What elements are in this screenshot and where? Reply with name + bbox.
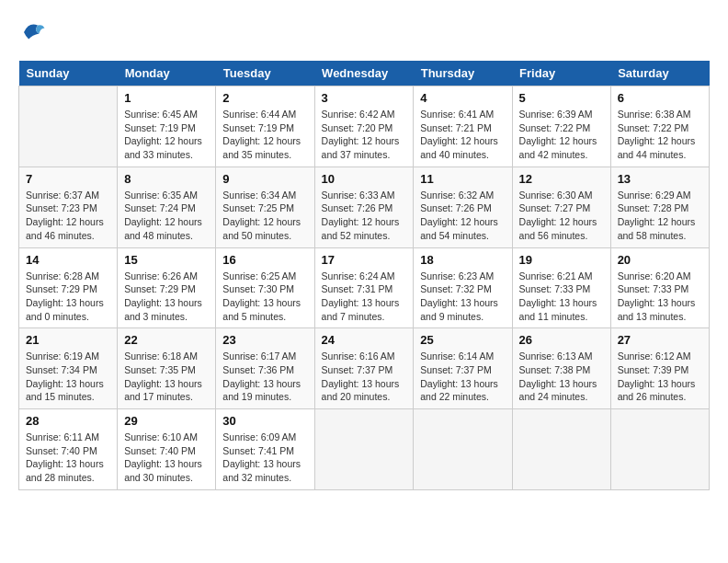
calendar-cell: 16Sunrise: 6:25 AMSunset: 7:30 PMDayligh…	[216, 247, 314, 328]
column-header-sunday: Sunday	[19, 61, 118, 86]
day-number: 28	[26, 414, 110, 428]
calendar-cell: 25Sunrise: 6:14 AMSunset: 7:37 PMDayligh…	[414, 328, 512, 409]
calendar-cell	[19, 86, 118, 167]
day-number: 18	[420, 253, 505, 267]
day-number: 12	[519, 172, 604, 186]
day-info: Sunrise: 6:25 AMSunset: 7:30 PMDaylight:…	[222, 270, 307, 324]
day-number: 5	[519, 91, 604, 105]
day-number: 14	[26, 253, 110, 267]
day-info: Sunrise: 6:35 AMSunset: 7:24 PMDaylight:…	[124, 189, 209, 243]
day-number: 26	[519, 333, 604, 347]
calendar-cell: 27Sunrise: 6:12 AMSunset: 7:39 PMDayligh…	[610, 328, 709, 409]
calendar-cell: 13Sunrise: 6:29 AMSunset: 7:28 PMDayligh…	[610, 167, 709, 247]
day-info: Sunrise: 6:17 AMSunset: 7:36 PMDaylight:…	[222, 350, 307, 404]
day-info: Sunrise: 6:14 AMSunset: 7:37 PMDaylight:…	[420, 350, 505, 404]
calendar-week-row: 28Sunrise: 6:11 AMSunset: 7:40 PMDayligh…	[19, 409, 710, 490]
day-info: Sunrise: 6:32 AMSunset: 7:26 PMDaylight:…	[420, 189, 505, 243]
logo-bird-icon	[18, 18, 46, 46]
calendar-cell: 20Sunrise: 6:20 AMSunset: 7:33 PMDayligh…	[610, 247, 709, 328]
calendar-cell: 26Sunrise: 6:13 AMSunset: 7:38 PMDayligh…	[512, 328, 610, 409]
calendar-cell	[512, 409, 610, 490]
day-info: Sunrise: 6:11 AMSunset: 7:40 PMDaylight:…	[26, 431, 110, 485]
calendar-cell: 21Sunrise: 6:19 AMSunset: 7:34 PMDayligh…	[19, 328, 118, 409]
day-info: Sunrise: 6:41 AMSunset: 7:21 PMDaylight:…	[420, 108, 505, 162]
calendar-cell: 2Sunrise: 6:44 AMSunset: 7:19 PMDaylight…	[216, 86, 314, 167]
day-info: Sunrise: 6:34 AMSunset: 7:25 PMDaylight:…	[222, 189, 307, 243]
day-number: 9	[222, 172, 307, 186]
column-header-saturday: Saturday	[610, 61, 709, 86]
column-header-thursday: Thursday	[414, 61, 512, 86]
day-info: Sunrise: 6:26 AMSunset: 7:29 PMDaylight:…	[124, 270, 209, 324]
day-info: Sunrise: 6:28 AMSunset: 7:29 PMDaylight:…	[26, 270, 110, 324]
day-number: 21	[26, 333, 110, 347]
calendar-cell: 11Sunrise: 6:32 AMSunset: 7:26 PMDayligh…	[414, 167, 512, 247]
calendar-cell: 6Sunrise: 6:38 AMSunset: 7:22 PMDaylight…	[610, 86, 709, 167]
calendar-cell: 1Sunrise: 6:45 AMSunset: 7:19 PMDaylight…	[118, 86, 216, 167]
calendar-cell: 10Sunrise: 6:33 AMSunset: 7:26 PMDayligh…	[314, 167, 414, 247]
calendar-cell: 8Sunrise: 6:35 AMSunset: 7:24 PMDaylight…	[118, 167, 216, 247]
day-info: Sunrise: 6:21 AMSunset: 7:33 PMDaylight:…	[519, 270, 604, 324]
day-number: 1	[124, 91, 209, 105]
column-header-friday: Friday	[512, 61, 610, 86]
calendar-cell: 15Sunrise: 6:26 AMSunset: 7:29 PMDayligh…	[118, 247, 216, 328]
calendar-cell: 12Sunrise: 6:30 AMSunset: 7:27 PMDayligh…	[512, 167, 610, 247]
day-number: 25	[420, 333, 505, 347]
day-info: Sunrise: 6:23 AMSunset: 7:32 PMDaylight:…	[420, 270, 505, 324]
day-info: Sunrise: 6:30 AMSunset: 7:27 PMDaylight:…	[519, 189, 604, 243]
day-info: Sunrise: 6:44 AMSunset: 7:19 PMDaylight:…	[222, 108, 307, 162]
calendar-cell	[414, 409, 512, 490]
day-number: 29	[124, 414, 209, 428]
day-info: Sunrise: 6:29 AMSunset: 7:28 PMDaylight:…	[618, 189, 702, 243]
day-number: 7	[26, 172, 110, 186]
day-info: Sunrise: 6:33 AMSunset: 7:26 PMDaylight:…	[322, 189, 407, 243]
calendar-cell: 9Sunrise: 6:34 AMSunset: 7:25 PMDaylight…	[216, 167, 314, 247]
calendar-week-row: 21Sunrise: 6:19 AMSunset: 7:34 PMDayligh…	[19, 328, 710, 409]
calendar-header-row: SundayMondayTuesdayWednesdayThursdayFrid…	[19, 61, 710, 86]
calendar-cell: 5Sunrise: 6:39 AMSunset: 7:22 PMDaylight…	[512, 86, 610, 167]
day-info: Sunrise: 6:38 AMSunset: 7:22 PMDaylight:…	[618, 108, 702, 162]
day-info: Sunrise: 6:18 AMSunset: 7:35 PMDaylight:…	[124, 350, 209, 404]
calendar-cell: 4Sunrise: 6:41 AMSunset: 7:21 PMDaylight…	[414, 86, 512, 167]
day-number: 20	[618, 253, 702, 267]
calendar-cell: 18Sunrise: 6:23 AMSunset: 7:32 PMDayligh…	[414, 247, 512, 328]
day-info: Sunrise: 6:10 AMSunset: 7:40 PMDaylight:…	[124, 431, 209, 485]
day-info: Sunrise: 6:16 AMSunset: 7:37 PMDaylight:…	[322, 350, 407, 404]
day-number: 6	[618, 91, 702, 105]
calendar-cell	[610, 409, 709, 490]
calendar-table: SundayMondayTuesdayWednesdayThursdayFrid…	[18, 61, 710, 490]
calendar-cell: 22Sunrise: 6:18 AMSunset: 7:35 PMDayligh…	[118, 328, 216, 409]
calendar-cell: 30Sunrise: 6:09 AMSunset: 7:41 PMDayligh…	[216, 409, 314, 490]
calendar-week-row: 7Sunrise: 6:37 AMSunset: 7:23 PMDaylight…	[19, 167, 710, 247]
day-info: Sunrise: 6:37 AMSunset: 7:23 PMDaylight:…	[26, 189, 110, 243]
column-header-tuesday: Tuesday	[216, 61, 314, 86]
day-number: 24	[322, 333, 407, 347]
logo	[18, 18, 50, 46]
day-number: 4	[420, 91, 505, 105]
day-number: 3	[322, 91, 407, 105]
day-number: 17	[322, 253, 407, 267]
day-number: 13	[618, 172, 702, 186]
calendar-cell: 29Sunrise: 6:10 AMSunset: 7:40 PMDayligh…	[118, 409, 216, 490]
calendar-cell: 24Sunrise: 6:16 AMSunset: 7:37 PMDayligh…	[314, 328, 414, 409]
calendar-week-row: 1Sunrise: 6:45 AMSunset: 7:19 PMDaylight…	[19, 86, 710, 167]
calendar-cell: 14Sunrise: 6:28 AMSunset: 7:29 PMDayligh…	[19, 247, 118, 328]
day-number: 2	[222, 91, 307, 105]
page-header	[18, 18, 710, 46]
day-number: 23	[222, 333, 307, 347]
day-info: Sunrise: 6:39 AMSunset: 7:22 PMDaylight:…	[519, 108, 604, 162]
calendar-cell: 23Sunrise: 6:17 AMSunset: 7:36 PMDayligh…	[216, 328, 314, 409]
calendar-cell: 7Sunrise: 6:37 AMSunset: 7:23 PMDaylight…	[19, 167, 118, 247]
day-number: 27	[618, 333, 702, 347]
day-number: 19	[519, 253, 604, 267]
day-number: 30	[222, 414, 307, 428]
column-header-wednesday: Wednesday	[314, 61, 414, 86]
day-info: Sunrise: 6:20 AMSunset: 7:33 PMDaylight:…	[618, 270, 702, 324]
day-number: 8	[124, 172, 209, 186]
day-info: Sunrise: 6:13 AMSunset: 7:38 PMDaylight:…	[519, 350, 604, 404]
calendar-cell: 28Sunrise: 6:11 AMSunset: 7:40 PMDayligh…	[19, 409, 118, 490]
day-number: 15	[124, 253, 209, 267]
day-number: 11	[420, 172, 505, 186]
day-number: 16	[222, 253, 307, 267]
day-info: Sunrise: 6:45 AMSunset: 7:19 PMDaylight:…	[124, 108, 209, 162]
day-info: Sunrise: 6:42 AMSunset: 7:20 PMDaylight:…	[322, 108, 407, 162]
